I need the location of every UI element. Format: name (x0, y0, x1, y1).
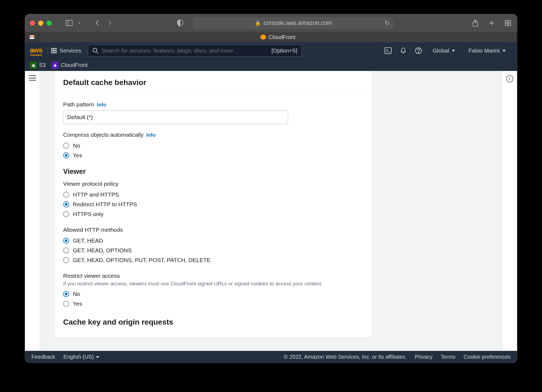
search-icon (92, 48, 98, 54)
info-link[interactable]: Info (97, 102, 106, 108)
close-window-button[interactable] (30, 21, 35, 26)
services-menu[interactable]: Services (49, 46, 84, 55)
content-area: Default cache behavior Path pattern Info… (25, 71, 517, 351)
info-link[interactable]: Info (146, 132, 156, 138)
protocol-option-https-only[interactable]: HTTPS only (63, 209, 363, 219)
restrict-option-yes[interactable]: Yes (63, 299, 363, 309)
search-shortcut: [Option+S] (272, 48, 297, 54)
cloudfront-icon (260, 34, 266, 40)
compress-option-no[interactable]: No (63, 141, 363, 151)
service-shortcut-bar: ▣S3 ◆CloudFront (25, 59, 517, 71)
chevron-down-icon[interactable]: ▾ (77, 19, 82, 27)
cache-behavior-panel: Default cache behavior Path pattern Info… (55, 71, 372, 338)
search-box[interactable]: [Option+S] (88, 44, 302, 57)
tab-title: CloudFront (269, 34, 295, 40)
language-selector[interactable]: English (US) (63, 354, 99, 360)
lock-icon: 🔒 (255, 20, 261, 26)
methods-option-get-head-options[interactable]: GET, HEAD, OPTIONS (63, 246, 363, 255)
share-icon[interactable] (471, 19, 480, 27)
url-host: console.aws.amazon.com (263, 19, 332, 27)
viewer-protocol-label: Viewer protocol policy (63, 181, 363, 187)
right-rail: i (502, 71, 517, 351)
option-label: GET, HEAD, OPTIONS, PUT, POST, PATCH, DE… (73, 257, 211, 263)
svg-rect-9 (508, 24, 511, 26)
services-label: Services (59, 47, 81, 54)
aws-logo[interactable]: aws (30, 46, 42, 55)
methods-option-get-head[interactable]: GET, HEAD (63, 236, 363, 246)
svg-rect-0 (66, 20, 72, 26)
shortcut-s3[interactable]: ▣S3 (30, 62, 46, 69)
feedback-link[interactable]: Feedback (31, 354, 55, 360)
main-panel-area: Default cache behavior Path pattern Info… (40, 71, 502, 351)
copyright: © 2022, Amazon Web Services, Inc. or its… (284, 354, 406, 360)
help-icon[interactable] (411, 45, 426, 56)
info-icon[interactable]: i (506, 75, 513, 82)
caret-down-icon (452, 50, 455, 52)
option-label: No (73, 142, 80, 149)
menu-icon[interactable] (29, 75, 36, 81)
aws-header: aws Services [Option+S] Global Fabio Mar… (25, 42, 517, 59)
shield-icon[interactable] (176, 19, 185, 27)
new-tab-icon[interactable] (487, 19, 496, 27)
region-selector[interactable]: Global (426, 45, 462, 56)
shortcut-cloudfront[interactable]: ◆CloudFront (51, 62, 88, 69)
methods-option-all[interactable]: GET, HEAD, OPTIONS, PUT, POST, PATCH, DE… (63, 255, 363, 265)
cloudshell-icon[interactable] (381, 45, 396, 56)
restrict-option-no[interactable]: No (63, 289, 363, 299)
radio-icon (63, 257, 69, 263)
svg-point-16 (418, 52, 419, 53)
cache-key-heading: Cache key and origin requests (63, 318, 363, 326)
restrict-hint: If you restrict viewer access, viewers m… (63, 280, 363, 288)
forward-button[interactable] (105, 19, 114, 27)
reload-icon[interactable]: ↻ (385, 19, 389, 27)
zoom-window-button[interactable] (47, 21, 52, 26)
shortcut-label: CloudFront (61, 62, 88, 68)
compress-option-yes[interactable]: Yes (63, 151, 363, 160)
protocol-option-http-https[interactable]: HTTP and HTTPS (63, 190, 363, 200)
address-bar[interactable]: 🔒 console.aws.amazon.com ↻ (193, 17, 394, 29)
protocol-option-redirect[interactable]: Redirect HTTP to HTTPS (63, 200, 363, 209)
tab-overview-icon[interactable] (504, 19, 512, 27)
console-footer: Feedback English (US) © 2022, Amazon Web… (25, 351, 517, 363)
option-label: Yes (73, 152, 82, 159)
svg-rect-8 (505, 24, 507, 26)
option-label: Yes (73, 300, 82, 307)
grid-icon (51, 48, 57, 53)
pinned-tab-gmail[interactable] (25, 32, 39, 42)
s3-icon: ▣ (30, 62, 37, 69)
panel-title: Default cache behavior (55, 71, 372, 94)
option-label: Redirect HTTP to HTTPS (73, 201, 137, 208)
cloudfront-icon: ◆ (51, 62, 59, 69)
active-tab[interactable]: CloudFront (39, 32, 517, 42)
cookie-preferences-link[interactable]: Cookie preferences (464, 354, 511, 360)
compress-label: Compress objects automatically Info (63, 132, 363, 138)
svg-point-10 (93, 48, 97, 52)
radio-icon (63, 291, 69, 297)
svg-rect-12 (385, 48, 391, 54)
notifications-icon[interactable] (396, 45, 411, 56)
option-label: No (73, 291, 80, 297)
back-button[interactable] (93, 19, 102, 27)
shortcut-label: S3 (39, 62, 46, 68)
radio-icon (63, 211, 69, 217)
radio-icon (63, 238, 69, 244)
browser-tabstrip: CloudFront (25, 32, 517, 42)
path-pattern-label: Path pattern Info (63, 101, 363, 108)
radio-icon (63, 301, 69, 307)
caret-down-icon (96, 356, 99, 358)
svg-line-11 (96, 52, 98, 53)
search-input[interactable] (102, 47, 268, 54)
privacy-link[interactable]: Privacy (415, 354, 433, 360)
radio-icon (63, 192, 69, 198)
region-label: Global (433, 47, 449, 54)
option-label: GET, HEAD (73, 237, 103, 244)
sidebar-toggle-icon[interactable] (65, 19, 73, 27)
svg-rect-6 (505, 20, 507, 22)
minimize-window-button[interactable] (38, 21, 43, 26)
language-label: English (US) (63, 354, 94, 360)
input-value: Default (*) (67, 114, 93, 120)
terms-link[interactable]: Terms (441, 354, 455, 360)
path-pattern-input[interactable]: Default (*) (63, 110, 288, 124)
account-menu[interactable]: Fabio Marini (462, 45, 512, 56)
radio-icon (63, 143, 69, 149)
